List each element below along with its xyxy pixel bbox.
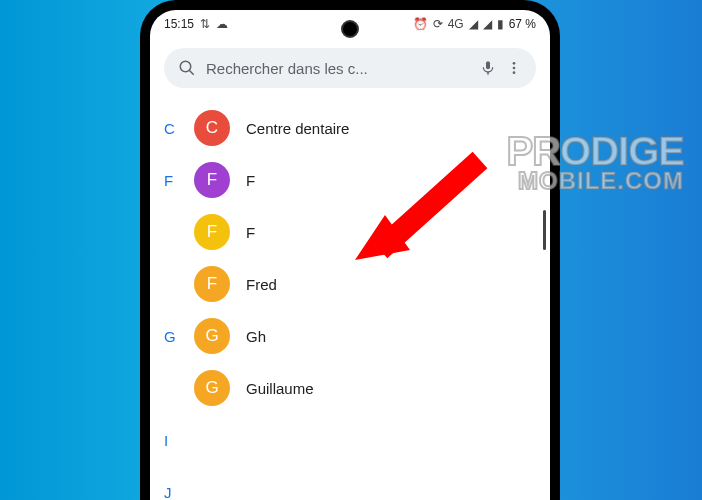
mic-icon[interactable]	[480, 60, 496, 76]
index-letter: J	[164, 484, 194, 501]
svg-point-6	[513, 71, 516, 74]
contact-avatar: G	[194, 318, 230, 354]
contact-avatar: F	[194, 162, 230, 198]
contact-row[interactable]: F F F	[150, 154, 550, 206]
alarm-icon: ⏰	[413, 17, 428, 31]
search-bar[interactable]: Rechercher dans les c...	[164, 48, 536, 88]
scroll-indicator[interactable]	[543, 210, 546, 250]
battery-percent: 67 %	[509, 17, 536, 31]
contact-row[interactable]: C C Centre dentaire	[150, 102, 550, 154]
signal-icon-1: ◢	[469, 17, 478, 31]
svg-point-5	[513, 67, 516, 70]
cloud-icon: ☁	[216, 17, 228, 31]
svg-point-0	[180, 61, 191, 72]
contact-name: F	[246, 224, 255, 241]
front-camera	[341, 20, 359, 38]
contact-row[interactable]: G G Gh	[150, 310, 550, 362]
signal-icon-2: ◢	[483, 17, 492, 31]
contact-name: Gh	[246, 328, 266, 345]
clock: 15:15	[164, 17, 194, 31]
index-letter: F	[164, 172, 194, 189]
near-share-icon: ⇅	[200, 17, 210, 31]
contact-avatar: F	[194, 266, 230, 302]
network-type: 4G	[448, 17, 464, 31]
search-icon	[178, 59, 196, 77]
contact-name: Fred	[246, 276, 277, 293]
contact-row[interactable]: F F	[150, 206, 550, 258]
svg-line-1	[189, 70, 194, 75]
contact-avatar: C	[194, 110, 230, 146]
index-letter: C	[164, 120, 194, 137]
index-letter: G	[164, 328, 194, 345]
contact-name: Centre dentaire	[246, 120, 349, 137]
battery-icon: ▮	[497, 17, 504, 31]
section-header: J	[150, 466, 550, 500]
section-header: I	[150, 414, 550, 466]
search-placeholder: Rechercher dans les c...	[206, 60, 470, 77]
contact-avatar: F	[194, 214, 230, 250]
index-letter: I	[164, 432, 194, 449]
more-icon[interactable]	[506, 60, 522, 76]
svg-rect-2	[486, 61, 490, 69]
contact-row[interactable]: G Guillaume	[150, 362, 550, 414]
phone-frame: 15:15 ⇅ ☁ ⏰ ⟳ 4G ◢ ◢ ▮ 67 % Rechercher d…	[140, 0, 560, 500]
contacts-list[interactable]: C C Centre dentaire F F F F F F Fred G G…	[150, 98, 550, 500]
contact-row[interactable]: F Fred	[150, 258, 550, 310]
phone-screen: 15:15 ⇅ ☁ ⏰ ⟳ 4G ◢ ◢ ▮ 67 % Rechercher d…	[150, 10, 550, 500]
sync-icon: ⟳	[433, 17, 443, 31]
contact-avatar: G	[194, 370, 230, 406]
contact-name: F	[246, 172, 255, 189]
contact-name: Guillaume	[246, 380, 314, 397]
svg-point-4	[513, 62, 516, 65]
